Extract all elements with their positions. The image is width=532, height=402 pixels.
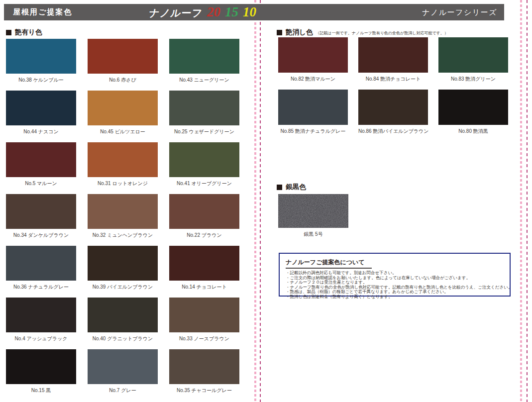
color-swatch-label: No.33 ノースブラウン [169, 336, 239, 341]
info-box-title: ナノルーフご提案色について [286, 258, 372, 269]
color-swatch-label: No.32 ミュンヘンブラウン [88, 232, 158, 238]
color-swatch-cell: No.14 チョコレート [169, 246, 239, 290]
color-swatch-label: No.82 艶消マルーン [278, 76, 348, 82]
color-swatch [169, 298, 239, 332]
color-swatch-label: No.40 グラニットブラウン [88, 336, 158, 341]
color-swatch [169, 194, 239, 229]
color-swatch [88, 349, 158, 384]
info-box: ナノルーフご提案色について ・記載以外の調色対応も可能です。別途お問合せ下さい。… [279, 253, 511, 297]
color-swatch-cell: No.85 艶消ナチュラルグレー [278, 90, 348, 134]
fold-guide-line-dark [260, 0, 261, 402]
color-swatch [169, 349, 239, 384]
color-swatch-label: No.85 艶消ナチュラルグレー [278, 128, 348, 134]
glossy-color-grid: No.38 ケルンブルーNo.6 赤さびNo.43 ニューグリーンNo.44 ナ… [6, 39, 239, 393]
color-swatch-label: No.80 艶消黒 [438, 128, 508, 134]
color-swatch-label: No.45 ビルツエロー [88, 129, 158, 134]
color-swatch [88, 246, 158, 281]
section-square-icon [277, 30, 282, 35]
color-swatch-label: No.31 ロットオレンジ [88, 181, 158, 186]
color-swatch [278, 37, 348, 73]
color-swatch-cell: No.82 艶消マルーン [278, 37, 348, 82]
color-swatch-label: No.41 オリーブグリーン [169, 181, 239, 186]
color-swatch-label: No.39 バイエルンブラウン [88, 284, 158, 290]
silver-black-swatch [278, 194, 348, 228]
glossy-section-title: 艶有り色 [15, 28, 42, 37]
color-swatch-cell: No.31 ロットオレンジ [88, 142, 158, 186]
color-swatch [6, 39, 76, 74]
trim-guide-line-light [520, 0, 522, 402]
color-swatch-label: No.83 艶消グリーン [438, 76, 508, 82]
color-swatch [169, 142, 239, 177]
color-swatch [169, 91, 239, 125]
color-swatch-cell: No.35 チャコールグレー [169, 349, 239, 393]
color-swatch [169, 246, 239, 281]
color-swatch-label: No.38 ケルンブルー [6, 77, 76, 83]
matte-color-grid: No.82 艶消マルーンNo.84 艶消チョコレートNo.83 艶消グリーンNo… [278, 37, 508, 134]
color-swatch [278, 90, 348, 125]
color-swatch [6, 91, 76, 125]
brand-numbers: 201510 [203, 5, 256, 19]
color-swatch-label: No.14 チョコレート [169, 284, 239, 290]
color-swatch-label: No.36 ナチュラルグレー [6, 284, 76, 290]
color-swatch-cell: No.6 赤さび [88, 39, 158, 83]
color-swatch-cell: No.39 バイエルンブラウン [88, 246, 158, 290]
info-bullet: ・艶消し色は別途料金（艶有りより高く）となります。 [286, 295, 505, 300]
color-swatch-label: No.34 ダンケルブラウン [6, 232, 76, 238]
color-swatch [6, 194, 76, 229]
fold-guide-line-light [254, 0, 256, 402]
color-swatch-label: No.43 ニューグリーン [169, 77, 239, 83]
color-swatch-cell: No.32 ミュンヘンブラウン [88, 194, 158, 238]
color-swatch [88, 91, 158, 125]
color-swatch [88, 142, 158, 177]
color-swatch-cell: No.38 ケルンブルー [6, 39, 76, 83]
color-swatch-cell: No.41 オリーブグリーン [169, 142, 239, 186]
color-swatch-cell: No.22 ブラウン [169, 194, 239, 238]
section-square-icon [6, 30, 11, 35]
color-swatch [358, 90, 428, 125]
color-swatch [438, 90, 508, 125]
matte-section-note: （記載は一例です。ナノルーフ艶有り色の全色が艶消し対応可能です。） [316, 30, 448, 36]
series-title: ナノルーフシリーズ [422, 8, 497, 17]
color-swatch-cell: No.45 ビルツエロー [88, 91, 158, 134]
silver-black-section-header: 銀黒色 [277, 183, 306, 192]
color-swatch-label: No.84 艶消チョコレート [358, 76, 428, 82]
header-bar: 屋根用ご提案色 ナノルーフ 201510 ナノルーフシリーズ [4, 4, 504, 20]
color-swatch [6, 349, 76, 384]
brand-number: 20 [207, 4, 220, 19]
color-swatch [438, 37, 508, 73]
color-swatch-cell: No.80 艶消黒 [438, 90, 508, 134]
brand-number: 10 [243, 4, 256, 19]
section-square-icon [277, 185, 282, 190]
color-swatch [169, 39, 239, 74]
color-swatch-cell: No.43 ニューグリーン [169, 39, 239, 83]
info-box-bullets: ・記載以外の調色対応も可能です。別途お問合せ下さい。・ご注文の際は納期確認をお願… [286, 271, 505, 300]
color-swatch-label: No.15 黒 [6, 388, 76, 393]
color-swatch-cell: No.83 艶消グリーン [438, 37, 508, 82]
page-title: 屋根用ご提案色 [13, 7, 72, 17]
color-swatch-cell: No.86 艶消バイエルンブラウン [358, 90, 428, 134]
color-chart-page: 屋根用ご提案色 ナノルーフ 201510 ナノルーフシリーズ 艶有り色 No.3… [0, 0, 532, 402]
glossy-section-header: 艶有り色 [6, 28, 42, 37]
color-swatch-label: No.5 マルーン [6, 181, 76, 186]
brand-name: ナノルーフ [148, 6, 204, 20]
color-swatch [358, 37, 428, 73]
matte-section-title: 艶消し色 [286, 28, 313, 37]
color-swatch-cell: No.36 ナチュラルグレー [6, 246, 76, 290]
color-swatch-cell: No.40 グラニットブラウン [88, 298, 158, 341]
color-swatch-cell: No.33 ノースブラウン [169, 298, 239, 341]
color-swatch-cell: No.84 艶消チョコレート [358, 37, 428, 82]
color-swatch-label: No.4 アッシュブラック [6, 336, 76, 341]
color-swatch-label: No.6 赤さび [88, 77, 158, 83]
color-swatch-cell: No.7 グレー [88, 349, 158, 393]
silver-black-cell: 銀黒 5号 [278, 194, 348, 237]
color-swatch-label: No.22 ブラウン [169, 232, 239, 238]
color-swatch [6, 298, 76, 332]
color-swatch-label: No.86 艶消バイエルンブラウン [358, 128, 428, 134]
color-swatch-cell: No.25 ウェザードグリーン [169, 91, 239, 134]
color-swatch [6, 142, 76, 177]
matte-section-header: 艶消し色 （記載は一例です。ナノルーフ艶有り色の全色が艶消し対応可能です。） [277, 28, 448, 37]
color-swatch-label: No.35 チャコールグレー [169, 388, 239, 393]
color-swatch-label: No.25 ウェザードグリーン [169, 129, 239, 134]
color-swatch-cell: No.15 黒 [6, 349, 76, 393]
brand-logo: ナノルーフ 201510 [149, 4, 256, 22]
